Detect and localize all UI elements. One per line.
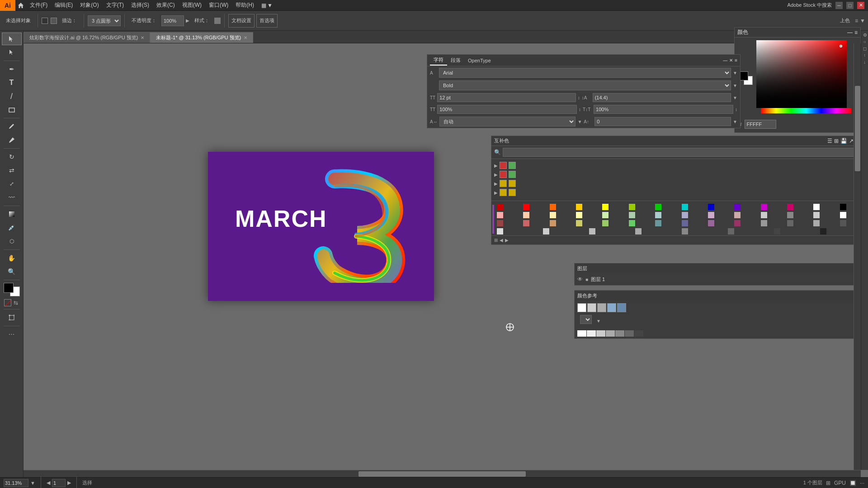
p-swatch-gray[interactable]	[589, 228, 595, 235]
expand-icon-3[interactable]: ▶	[494, 181, 498, 186]
doc-setup-button[interactable]: 文档设置	[228, 14, 255, 28]
none-color[interactable]	[4, 299, 11, 306]
zoom-input[interactable]	[4, 479, 28, 487]
p-swatch[interactable]	[787, 204, 793, 210]
char-panel-minimize[interactable]: —	[723, 58, 727, 63]
swatch-yellow-2[interactable]	[509, 180, 516, 187]
gray-swatch[interactable]	[615, 330, 624, 337]
right-nav-icon-4[interactable]: ↑	[863, 53, 866, 58]
p-swatch[interactable]	[602, 204, 609, 210]
supp-save[interactable]: 💾	[840, 138, 847, 144]
char-panel-menu[interactable]: ≡	[735, 58, 737, 63]
menu-select[interactable]: 选择(S)	[127, 0, 153, 10]
tracking-h-input[interactable]	[437, 105, 577, 114]
zoom-tool[interactable]: 🔍	[2, 265, 22, 278]
fg-color-box[interactable]	[739, 71, 748, 80]
line-tool[interactable]: /	[2, 90, 22, 103]
swatch-red-1[interactable]	[500, 162, 507, 169]
p-swatch[interactable]	[761, 220, 767, 226]
p-swatch[interactable]	[497, 204, 503, 210]
leading-input[interactable]	[593, 93, 731, 102]
char-panel-close[interactable]: ✕	[729, 58, 733, 63]
p-swatch[interactable]	[840, 212, 846, 218]
page-arrow-prev[interactable]: ◀	[47, 480, 50, 486]
p-swatch[interactable]	[629, 204, 635, 210]
gray-swatch[interactable]	[596, 330, 605, 337]
p-swatch[interactable]	[629, 212, 635, 218]
swatch-red-2[interactable]	[500, 171, 507, 178]
p-swatch-gray[interactable]	[774, 228, 780, 235]
v-scroll-thumb[interactable]	[855, 86, 860, 171]
p-swatch[interactable]	[708, 204, 714, 210]
pencil-tool[interactable]	[2, 134, 22, 146]
workspace-switcher[interactable]: ▦▼	[258, 0, 276, 10]
menu-help[interactable]: 帮助(H)	[232, 0, 258, 10]
preference-button[interactable]: 首选项	[256, 14, 278, 28]
color-hex-input[interactable]: FFFFF	[745, 120, 776, 129]
leading-arrow[interactable]: ▼	[733, 95, 737, 100]
supp-list-view[interactable]: ☰	[827, 138, 832, 144]
eyedropper-tool[interactable]: 💉	[2, 221, 22, 234]
p-swatch[interactable]	[497, 212, 503, 218]
layer-visible-icon[interactable]: 👁	[577, 276, 583, 282]
p-swatch[interactable]	[655, 212, 661, 218]
p-swatch[interactable]	[655, 204, 661, 210]
minimize-button[interactable]: ─	[835, 2, 843, 9]
color-hue-bar[interactable]	[761, 108, 851, 113]
color-picker-handle[interactable]	[840, 45, 842, 47]
baseline-input[interactable]	[594, 117, 731, 126]
maximize-button[interactable]: □	[846, 2, 854, 9]
v-scrollbar[interactable]	[854, 43, 861, 470]
right-nav-icon-3[interactable]: ◻	[863, 46, 867, 51]
close-button[interactable]: ✕	[857, 2, 864, 9]
foreground-color-chip[interactable]	[4, 283, 14, 293]
tab-untitled[interactable]: 未标题-1* @ 31.13% (RGB/GPU 预览) ✕	[150, 32, 253, 43]
kerning-arrow[interactable]: ▼	[577, 119, 582, 124]
p-swatch[interactable]	[840, 220, 846, 226]
supp-prev-icon[interactable]: ◀	[500, 238, 503, 243]
layer-lock-icon[interactable]: ■	[585, 277, 588, 282]
menu-object[interactable]: 对象(O)	[76, 0, 102, 10]
p-swatch[interactable]	[655, 220, 661, 226]
font-size-input[interactable]	[437, 93, 576, 102]
baseline-up[interactable]: ▼	[733, 119, 737, 124]
gray-swatch[interactable]	[606, 330, 615, 337]
p-swatch[interactable]	[840, 204, 846, 210]
ref-swatch-3[interactable]	[597, 303, 606, 312]
pen-tool[interactable]: ✒	[2, 63, 22, 75]
p-swatch-gray[interactable]	[820, 228, 826, 235]
p-swatch[interactable]	[813, 212, 820, 218]
tracking-v-up[interactable]: ↕	[735, 107, 737, 112]
gray-swatch[interactable]	[625, 330, 634, 337]
p-swatch[interactable]	[497, 220, 503, 226]
menu-effect[interactable]: 效果(C)	[153, 0, 179, 10]
supp-add[interactable]: ↗	[849, 138, 854, 144]
p-swatch[interactable]	[576, 204, 582, 210]
p-swatch[interactable]	[523, 212, 529, 218]
rotate-tool[interactable]: ↻	[2, 150, 22, 163]
p-swatch[interactable]	[734, 220, 741, 226]
p-swatch[interactable]	[629, 220, 635, 226]
p-swatch[interactable]	[761, 204, 767, 210]
ref-swatch-4[interactable]	[607, 303, 616, 312]
p-swatch[interactable]	[787, 220, 793, 226]
tab-colorful[interactable]: 炫彩数字海报设计.ai @ 16.72% (RGB/GPU 预览) ✕	[24, 32, 150, 43]
char-tab-character[interactable]: 字符	[430, 56, 447, 66]
page-input[interactable]	[52, 479, 66, 487]
font-family-arrow[interactable]: ▼	[733, 70, 737, 75]
p-swatch-gray[interactable]	[543, 228, 549, 235]
swatch-green-2[interactable]	[509, 171, 516, 178]
p-swatch[interactable]	[682, 204, 688, 210]
ref-swatch-5[interactable]	[617, 303, 626, 312]
scale-tool[interactable]: ⤢	[2, 178, 22, 190]
color-panel-menu[interactable]: ≡	[854, 29, 858, 36]
right-nav-icon-5[interactable]: ↓	[863, 60, 866, 65]
kerning-select[interactable]: 自动	[439, 117, 576, 127]
artboard-tool[interactable]	[2, 311, 22, 324]
p-swatch[interactable]	[734, 204, 741, 210]
swatch-yellow-3[interactable]	[500, 189, 507, 196]
swatch-yellow-1[interactable]	[500, 180, 507, 187]
search-input[interactable]	[503, 148, 865, 157]
tracking-h-up[interactable]: ↕	[579, 107, 581, 112]
p-swatch[interactable]	[550, 204, 556, 210]
